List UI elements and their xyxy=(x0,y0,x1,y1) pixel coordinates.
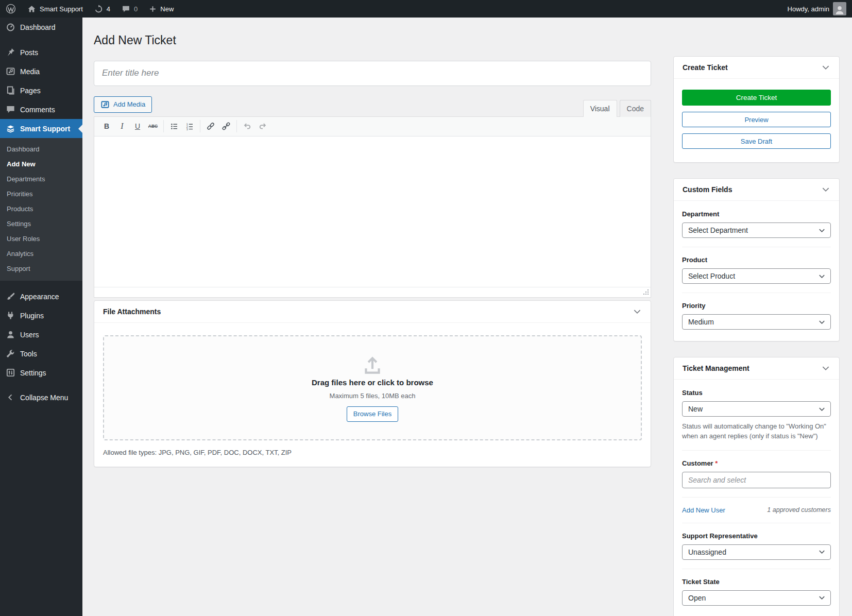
editor-top-row: Add Media Visual Code xyxy=(94,96,651,116)
sidebar-item-tools[interactable]: Tools xyxy=(0,344,82,363)
toolbar-group-lists: 123 xyxy=(163,120,200,132)
menu-separator xyxy=(0,281,82,287)
submenu-item-user-roles[interactable]: User Roles xyxy=(0,231,82,246)
italic-button[interactable]: I xyxy=(114,119,130,133)
submenu-item-dashboard[interactable]: Dashboard xyxy=(0,142,82,157)
support-representative-select[interactable]: Unassigned xyxy=(682,544,831,560)
avatar xyxy=(833,2,846,15)
chevron-down-icon xyxy=(818,405,826,413)
ticket-management-panel: Ticket Management Status New xyxy=(673,357,840,616)
sidebar-item-dashboard[interactable]: Dashboard xyxy=(0,18,82,37)
sidebar-item-label: Media xyxy=(20,67,40,76)
tab-visual[interactable]: Visual xyxy=(583,100,617,117)
custom-fields-toggle[interactable] xyxy=(821,185,830,194)
title-input[interactable] xyxy=(94,61,651,86)
file-dropzone[interactable]: Drag files here or click to browse Maxim… xyxy=(103,335,642,440)
sidebar-item-posts[interactable]: Posts xyxy=(0,43,82,62)
comments-button[interactable]: 0 xyxy=(116,0,143,18)
field-divider xyxy=(682,247,831,247)
wp-logo-button[interactable] xyxy=(0,0,22,18)
editor-content-area[interactable] xyxy=(94,136,651,287)
updates-button[interactable]: 4 xyxy=(89,0,116,18)
submenu-item-departments[interactable]: Departments xyxy=(0,172,82,186)
save-draft-button[interactable]: Save Draft xyxy=(682,133,831,149)
submenu-item-add-new[interactable]: Add New xyxy=(0,157,82,172)
comments-count: 0 xyxy=(134,5,138,13)
priority-label: Priority xyxy=(682,302,831,310)
plugin-icon xyxy=(5,311,15,320)
redo-button[interactable] xyxy=(255,119,270,133)
link-icon[interactable] xyxy=(203,119,218,133)
undo-button[interactable] xyxy=(240,119,255,133)
submenu-item-priorities[interactable]: Priorities xyxy=(0,186,82,201)
create-ticket-header[interactable]: Create Ticket xyxy=(674,57,839,79)
collapse-menu-button[interactable]: Collapse Menu xyxy=(0,388,82,406)
ticket-management-header[interactable]: Ticket Management xyxy=(674,357,839,380)
file-attachments-toggle[interactable] xyxy=(633,307,642,316)
comment-icon xyxy=(122,5,130,13)
field-divider xyxy=(682,293,831,293)
required-marker: * xyxy=(715,459,718,467)
bullet-list-button[interactable] xyxy=(166,119,182,133)
unlink-icon[interactable] xyxy=(218,119,234,133)
sidebar-item-comments[interactable]: Comments xyxy=(0,100,82,119)
new-content-button[interactable]: New xyxy=(143,0,179,18)
comments-icon xyxy=(5,105,15,114)
add-new-user-link[interactable]: Add New User xyxy=(682,506,725,514)
sidebar-item-media[interactable]: Media xyxy=(0,62,82,81)
admin-bar-left: Smart Support 4 0 New xyxy=(0,0,179,18)
underline-button[interactable]: U xyxy=(130,119,145,133)
sidebar-item-smart-support[interactable]: Smart Support xyxy=(0,119,82,138)
priority-value: Medium xyxy=(688,318,714,326)
dropzone-title: Drag files here or click to browse xyxy=(312,378,433,387)
submenu-item-products[interactable]: Products xyxy=(0,201,82,216)
sliders-icon xyxy=(5,368,15,378)
bold-button[interactable]: B xyxy=(99,119,114,133)
submenu-item-settings[interactable]: Settings xyxy=(0,216,82,231)
admin-menu: Dashboard Posts Media Pages Comments Sma… xyxy=(0,18,82,616)
priority-select[interactable]: Medium xyxy=(682,314,831,330)
panel-title: Custom Fields xyxy=(683,185,732,194)
resize-grip[interactable] xyxy=(642,289,649,296)
field-divider xyxy=(682,450,831,451)
ticket-management-toggle[interactable] xyxy=(821,364,830,373)
dashboard-icon xyxy=(5,22,15,32)
sidebar-item-pages[interactable]: Pages xyxy=(0,81,82,100)
chevron-down-icon xyxy=(821,185,830,194)
ticket-state-select[interactable]: Open xyxy=(682,590,831,606)
sidebar-item-appearance[interactable]: Appearance xyxy=(0,287,82,306)
customer-search-input[interactable] xyxy=(682,472,831,488)
product-select[interactable]: Select Product xyxy=(682,268,831,284)
preview-button[interactable]: Preview xyxy=(682,112,831,127)
submenu-item-support[interactable]: Support xyxy=(0,261,82,276)
field-divider xyxy=(682,497,831,498)
sidebar-item-users[interactable]: Users xyxy=(0,325,82,344)
sidebar-item-settings[interactable]: Settings xyxy=(0,363,82,382)
tab-code[interactable]: Code xyxy=(620,100,651,117)
chevron-down-icon xyxy=(818,318,826,326)
priority-field: Priority Medium xyxy=(682,302,831,330)
add-media-button[interactable]: Add Media xyxy=(94,96,152,113)
wrench-icon xyxy=(5,349,15,358)
sidebar-item-plugins[interactable]: Plugins xyxy=(0,306,82,325)
create-ticket-toggle[interactable] xyxy=(821,63,830,72)
customer-actions-row: Add New User 1 approved customers xyxy=(682,506,831,514)
create-ticket-body: Create Ticket Preview Save Draft xyxy=(674,79,839,162)
numbered-list-button[interactable]: 123 xyxy=(182,119,197,133)
create-ticket-button[interactable]: Create Ticket xyxy=(682,90,831,106)
dropzone-subtitle: Maximum 5 files, 10MB each xyxy=(330,392,416,400)
add-media-icon xyxy=(100,100,110,109)
updates-count: 4 xyxy=(107,5,110,13)
browse-files-button[interactable]: Browse Files xyxy=(347,406,398,422)
site-menu-button[interactable]: Smart Support xyxy=(22,0,89,18)
admin-bar-right: Howdy, admin xyxy=(782,0,852,18)
howdy-account-button[interactable]: Howdy, admin xyxy=(782,0,852,18)
custom-fields-header[interactable]: Custom Fields xyxy=(674,179,839,201)
strikethrough-button[interactable]: ABC xyxy=(145,119,161,133)
ticket-state-field: Ticket State Open xyxy=(682,578,831,606)
panel-title: Create Ticket xyxy=(683,63,728,72)
submenu-item-analytics[interactable]: Analytics xyxy=(0,246,82,261)
status-select[interactable]: New xyxy=(682,401,831,417)
department-select[interactable]: Select Department xyxy=(682,223,831,238)
file-attachments-header[interactable]: File Attachments xyxy=(94,301,651,323)
